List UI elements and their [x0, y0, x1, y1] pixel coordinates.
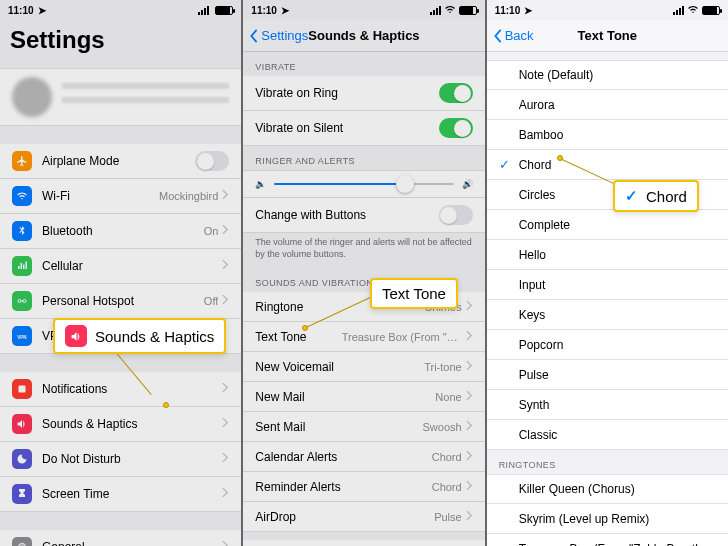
tone-label: Hello — [519, 248, 716, 262]
chevron-right-icon — [222, 259, 229, 273]
callout-text-tone: Text Tone — [370, 278, 458, 309]
tone-option-row[interactable]: Hello — [487, 240, 728, 270]
wifi-icon — [687, 5, 699, 16]
back-button[interactable]: Back — [493, 28, 534, 43]
notifications-row[interactable]: Notifications — [0, 372, 241, 407]
tone-option-row[interactable]: Note (Default) — [487, 60, 728, 90]
change-buttons-toggle[interactable] — [439, 205, 473, 225]
volume-slider-row[interactable]: 🔈 🔊 — [243, 170, 484, 198]
chevron-right-icon — [466, 330, 473, 344]
speaker-low-icon: 🔈 — [255, 179, 266, 189]
chevron-right-icon — [222, 487, 229, 501]
tone-label: Note (Default) — [519, 68, 716, 82]
vibrate-on-ring-row[interactable]: Vibrate on Ring — [243, 76, 484, 111]
tone-label: Pulse — [519, 368, 716, 382]
general-row[interactable]: General — [0, 530, 241, 546]
airdrop-row[interactable]: AirDrop Pulse — [243, 502, 484, 532]
tone-label: Classic — [519, 428, 716, 442]
callout-label: Sounds & Haptics — [95, 328, 214, 345]
hotspot-row[interactable]: Personal Hotspot Off — [0, 284, 241, 319]
svg-rect-3 — [19, 386, 26, 393]
vibrate-ring-toggle[interactable] — [439, 83, 473, 103]
sent-mail-row[interactable]: Sent Mail Swoosh — [243, 412, 484, 442]
text-tone-row[interactable]: Text Tone Treasure Box (From "Zelda Brea… — [243, 322, 484, 352]
tone-option-row[interactable]: Popcorn — [487, 330, 728, 360]
wifi-setting-icon — [12, 186, 32, 206]
signal-icon — [198, 6, 209, 15]
reminder-alerts-row[interactable]: Reminder Alerts Chord — [243, 472, 484, 502]
airplane-toggle[interactable] — [195, 151, 229, 171]
new-voicemail-row[interactable]: New Voicemail Tri-tone — [243, 352, 484, 382]
profile-name-blur — [62, 83, 229, 111]
row-value: Off — [204, 295, 218, 307]
notifications-icon — [12, 379, 32, 399]
chevron-right-icon — [466, 450, 473, 464]
row-value: On — [204, 225, 219, 237]
ringtone-label: Treasure Box (From "Zelda Breath of the … — [519, 542, 716, 547]
tone-option-row[interactable]: Complete — [487, 210, 728, 240]
battery-icon — [459, 6, 477, 15]
row-value: Pulse — [434, 511, 462, 523]
bluetooth-row[interactable]: Bluetooth On — [0, 214, 241, 249]
row-label: Sent Mail — [255, 420, 422, 434]
change-with-buttons-row[interactable]: Change with Buttons — [243, 198, 484, 233]
tone-option-row[interactable]: Synth — [487, 390, 728, 420]
row-value: None — [435, 391, 461, 403]
battery-icon — [215, 6, 233, 15]
screen-time-row[interactable]: Screen Time — [0, 477, 241, 512]
signal-icon — [673, 6, 684, 15]
row-label: Text Tone — [255, 330, 341, 344]
settings-root-panel: 11:10➤ Settings Airplane Mode Wi-Fi Mock… — [0, 0, 243, 546]
tone-option-row[interactable]: Input — [487, 270, 728, 300]
new-mail-row[interactable]: New Mail None — [243, 382, 484, 412]
callout-dot-1 — [163, 402, 169, 408]
tone-label: Keys — [519, 308, 716, 322]
tone-option-row[interactable]: ✓Chord — [487, 150, 728, 180]
ringtone-label: Skyrim (Level up Remix) — [519, 512, 716, 526]
tone-option-row[interactable]: Bamboo — [487, 120, 728, 150]
nav-bar: Settings Sounds & Haptics — [243, 20, 484, 52]
callout-dot-2 — [302, 325, 308, 331]
row-value: Chord — [432, 481, 462, 493]
ringtone-option-row[interactable]: Killer Queen (Chorus) — [487, 474, 728, 504]
back-button[interactable]: Settings — [249, 28, 308, 43]
status-bar: 11:10➤ — [487, 0, 728, 20]
vpn-icon: VPN — [12, 326, 32, 346]
sounds-haptics-row[interactable]: Sounds & Haptics — [0, 407, 241, 442]
row-value: Treasure Box (From "Zelda Breath... — [342, 331, 462, 343]
checkmark-icon: ✓ — [499, 157, 513, 172]
gear-icon — [12, 537, 32, 546]
tone-option-row[interactable]: Classic — [487, 420, 728, 450]
row-label: Vibrate on Silent — [255, 121, 438, 135]
wifi-row[interactable]: Wi-Fi Mockingbird — [0, 179, 241, 214]
ringtone-option-row[interactable]: Skyrim (Level up Remix) — [487, 504, 728, 534]
tone-option-row[interactable]: Pulse — [487, 360, 728, 390]
cellular-row[interactable]: Cellular — [0, 249, 241, 284]
ringtone-option-row[interactable]: Treasure Box (From "Zelda Breath of the … — [487, 534, 728, 546]
vibrate-silent-toggle[interactable] — [439, 118, 473, 138]
tone-option-row[interactable]: Aurora — [487, 90, 728, 120]
tone-label: Input — [519, 278, 716, 292]
airplane-mode-row[interactable]: Airplane Mode — [0, 144, 241, 179]
speaker-high-icon: 🔊 — [462, 179, 473, 189]
keyboard-clicks-row[interactable]: Keyboard Clicks — [243, 540, 484, 546]
row-label: New Mail — [255, 390, 435, 404]
ringer-header: RINGER AND ALERTS — [243, 146, 484, 170]
volume-slider[interactable] — [274, 183, 453, 185]
location-icon: ➤ — [38, 5, 46, 16]
status-time: 11:10 — [251, 5, 277, 16]
vibrate-on-silent-row[interactable]: Vibrate on Silent — [243, 111, 484, 146]
row-label: Calendar Alerts — [255, 450, 431, 464]
calendar-alerts-row[interactable]: Calendar Alerts Chord — [243, 442, 484, 472]
row-label: Vibrate on Ring — [255, 86, 438, 100]
tone-option-row[interactable]: Keys — [487, 300, 728, 330]
speaker-icon — [65, 325, 87, 347]
signal-icon — [430, 6, 441, 15]
do-not-disturb-row[interactable]: Do Not Disturb — [0, 442, 241, 477]
chevron-right-icon — [466, 390, 473, 404]
callout-label: Chord — [646, 188, 687, 205]
callout-dot-3 — [557, 155, 563, 161]
ringtones-list: Killer Queen (Chorus)Skyrim (Level up Re… — [487, 474, 728, 546]
sounds-haptics-panel: 11:10➤ Settings Sounds & Haptics VIBRATE… — [243, 0, 486, 546]
apple-id-row[interactable] — [0, 68, 241, 126]
